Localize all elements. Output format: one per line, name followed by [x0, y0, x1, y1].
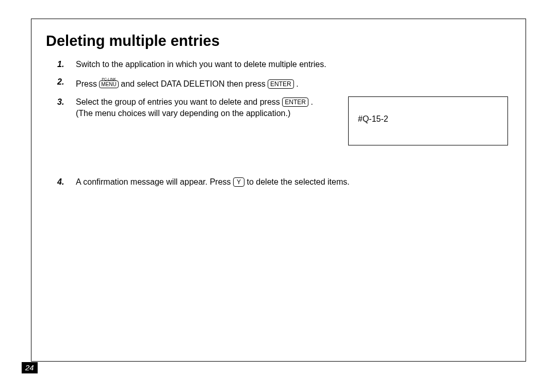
- step-4: 4. A confirmation message will appear. P…: [57, 176, 511, 188]
- text-note: (The menu choices will vary depending on…: [76, 109, 290, 118]
- step-text: Switch to the application in which you w…: [76, 59, 511, 70]
- step-text: A confirmation message will appear. Pres…: [76, 176, 354, 188]
- reference-box: #Q-15-2: [348, 96, 508, 145]
- step-number: 4.: [57, 176, 76, 188]
- step-1: 1. Switch to the application in which yo…: [57, 59, 511, 70]
- step-2: 2. Press PC-LINK MENU and select DATA DE…: [57, 76, 511, 90]
- text: .: [310, 97, 313, 106]
- text: Select the group of entries you want to …: [76, 97, 282, 106]
- pc-link-label: PC-LINK: [102, 76, 116, 83]
- step-text: Select the group of entries you want to …: [76, 96, 336, 120]
- page-title: Deleting multiple entries: [46, 32, 511, 50]
- step-3-row: 3. Select the group of entries you want …: [57, 96, 511, 145]
- text: to delete the selected items.: [247, 177, 350, 186]
- text: Press: [76, 79, 99, 88]
- step-number: 2.: [57, 76, 76, 90]
- step-number: 3.: [57, 96, 76, 120]
- menu-key-icon: PC-LINK MENU: [99, 80, 118, 88]
- step-text: Press PC-LINK MENU and select DATA DELET…: [76, 76, 511, 90]
- reference-code: #Q-15-2: [358, 115, 388, 123]
- page-number-badge: 24: [22, 362, 38, 373]
- y-key-icon: Y: [233, 177, 244, 187]
- enter-key-icon: ENTER: [268, 79, 294, 89]
- page-frame: Deleting multiple entries 1. Switch to t…: [31, 19, 526, 362]
- text: A confirmation message will appear. Pres…: [76, 177, 233, 186]
- step-3: 3. Select the group of entries you want …: [57, 96, 336, 120]
- text: and select DATA DELETION then press: [121, 79, 268, 88]
- text: .: [296, 79, 298, 88]
- steps-list: 1. Switch to the application in which yo…: [57, 59, 511, 188]
- step-number: 1.: [57, 59, 76, 70]
- enter-key-icon: ENTER: [282, 97, 308, 107]
